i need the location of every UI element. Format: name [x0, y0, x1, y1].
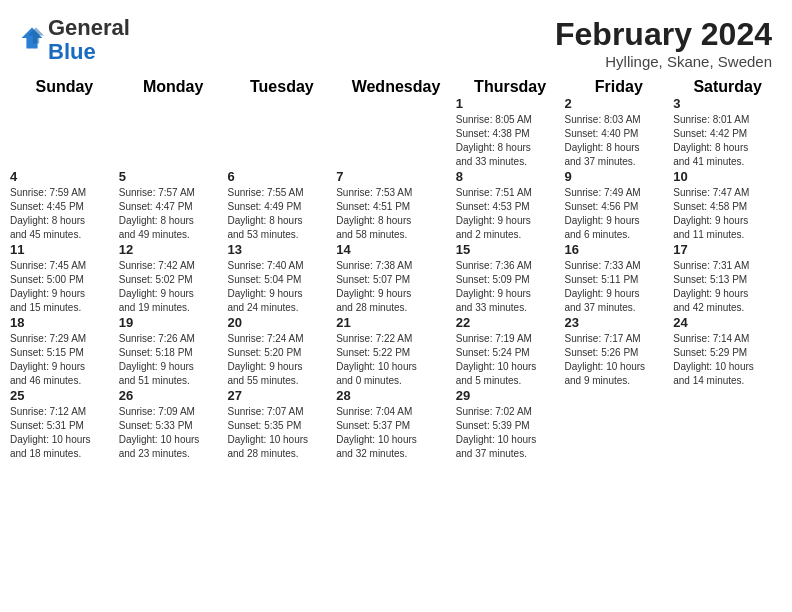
calendar-cell [119, 96, 228, 169]
weekday-header-saturday: Saturday [673, 78, 782, 96]
calendar-cell [336, 96, 456, 169]
day-number: 3 [673, 96, 782, 111]
calendar-week-1: 4Sunrise: 7:59 AM Sunset: 4:45 PM Daylig… [10, 169, 782, 242]
calendar-cell [10, 96, 119, 169]
day-number: 17 [673, 242, 782, 257]
day-number: 22 [456, 315, 565, 330]
calendar-cell [564, 388, 673, 461]
day-number: 25 [10, 388, 119, 403]
weekday-header-thursday: Thursday [456, 78, 565, 96]
day-info: Sunrise: 7:29 AM Sunset: 5:15 PM Dayligh… [10, 332, 119, 388]
day-number: 16 [564, 242, 673, 257]
day-info: Sunrise: 7:51 AM Sunset: 4:53 PM Dayligh… [456, 186, 565, 242]
day-number: 1 [456, 96, 565, 111]
day-number: 8 [456, 169, 565, 184]
day-info: Sunrise: 7:57 AM Sunset: 4:47 PM Dayligh… [119, 186, 228, 242]
day-info: Sunrise: 7:31 AM Sunset: 5:13 PM Dayligh… [673, 259, 782, 315]
day-number: 12 [119, 242, 228, 257]
day-info: Sunrise: 7:42 AM Sunset: 5:02 PM Dayligh… [119, 259, 228, 315]
calendar-cell: 16Sunrise: 7:33 AM Sunset: 5:11 PM Dayli… [564, 242, 673, 315]
calendar-cell: 29Sunrise: 7:02 AM Sunset: 5:39 PM Dayli… [456, 388, 565, 461]
page-container: General Blue February 2024 Hyllinge, Ska… [0, 0, 792, 471]
weekday-row: SundayMondayTuesdayWednesdayThursdayFrid… [10, 78, 782, 96]
day-number: 4 [10, 169, 119, 184]
day-info: Sunrise: 7:33 AM Sunset: 5:11 PM Dayligh… [564, 259, 673, 315]
calendar-cell: 18Sunrise: 7:29 AM Sunset: 5:15 PM Dayli… [10, 315, 119, 388]
day-info: Sunrise: 8:03 AM Sunset: 4:40 PM Dayligh… [564, 113, 673, 169]
day-info: Sunrise: 7:53 AM Sunset: 4:51 PM Dayligh… [336, 186, 456, 242]
svg-marker-0 [22, 28, 43, 49]
day-number: 18 [10, 315, 119, 330]
day-info: Sunrise: 7:36 AM Sunset: 5:09 PM Dayligh… [456, 259, 565, 315]
day-info: Sunrise: 7:19 AM Sunset: 5:24 PM Dayligh… [456, 332, 565, 388]
logo-blue: Blue [48, 39, 96, 64]
day-number: 28 [336, 388, 456, 403]
day-info: Sunrise: 7:40 AM Sunset: 5:04 PM Dayligh… [227, 259, 336, 315]
calendar-table: SundayMondayTuesdayWednesdayThursdayFrid… [10, 78, 782, 461]
calendar-cell: 11Sunrise: 7:45 AM Sunset: 5:00 PM Dayli… [10, 242, 119, 315]
calendar-cell: 1Sunrise: 8:05 AM Sunset: 4:38 PM Daylig… [456, 96, 565, 169]
calendar-body: 1Sunrise: 8:05 AM Sunset: 4:38 PM Daylig… [10, 96, 782, 461]
calendar-cell: 21Sunrise: 7:22 AM Sunset: 5:22 PM Dayli… [336, 315, 456, 388]
calendar-cell: 25Sunrise: 7:12 AM Sunset: 5:31 PM Dayli… [10, 388, 119, 461]
weekday-header-friday: Friday [564, 78, 673, 96]
calendar-cell: 13Sunrise: 7:40 AM Sunset: 5:04 PM Dayli… [227, 242, 336, 315]
day-number: 14 [336, 242, 456, 257]
day-info: Sunrise: 7:49 AM Sunset: 4:56 PM Dayligh… [564, 186, 673, 242]
calendar-cell: 8Sunrise: 7:51 AM Sunset: 4:53 PM Daylig… [456, 169, 565, 242]
title-block: February 2024 Hyllinge, Skane, Sweden [555, 16, 772, 70]
calendar-week-4: 25Sunrise: 7:12 AM Sunset: 5:31 PM Dayli… [10, 388, 782, 461]
weekday-header-sunday: Sunday [10, 78, 119, 96]
day-info: Sunrise: 7:14 AM Sunset: 5:29 PM Dayligh… [673, 332, 782, 388]
day-number: 11 [10, 242, 119, 257]
day-number: 2 [564, 96, 673, 111]
calendar-cell [673, 388, 782, 461]
day-number: 29 [456, 388, 565, 403]
day-number: 26 [119, 388, 228, 403]
day-number: 5 [119, 169, 228, 184]
day-info: Sunrise: 7:09 AM Sunset: 5:33 PM Dayligh… [119, 405, 228, 461]
logo-general: General [48, 15, 130, 40]
logo-icon [20, 26, 44, 50]
calendar-week-0: 1Sunrise: 8:05 AM Sunset: 4:38 PM Daylig… [10, 96, 782, 169]
weekday-header-wednesday: Wednesday [336, 78, 456, 96]
day-info: Sunrise: 8:01 AM Sunset: 4:42 PM Dayligh… [673, 113, 782, 169]
day-number: 6 [227, 169, 336, 184]
calendar-cell: 28Sunrise: 7:04 AM Sunset: 5:37 PM Dayli… [336, 388, 456, 461]
calendar-week-3: 18Sunrise: 7:29 AM Sunset: 5:15 PM Dayli… [10, 315, 782, 388]
calendar-cell: 24Sunrise: 7:14 AM Sunset: 5:29 PM Dayli… [673, 315, 782, 388]
day-number: 13 [227, 242, 336, 257]
day-number: 21 [336, 315, 456, 330]
calendar-cell: 7Sunrise: 7:53 AM Sunset: 4:51 PM Daylig… [336, 169, 456, 242]
day-number: 7 [336, 169, 456, 184]
calendar-cell: 27Sunrise: 7:07 AM Sunset: 5:35 PM Dayli… [227, 388, 336, 461]
day-number: 27 [227, 388, 336, 403]
day-info: Sunrise: 8:05 AM Sunset: 4:38 PM Dayligh… [456, 113, 565, 169]
logo: General Blue [20, 16, 130, 64]
day-info: Sunrise: 7:45 AM Sunset: 5:00 PM Dayligh… [10, 259, 119, 315]
calendar-cell: 26Sunrise: 7:09 AM Sunset: 5:33 PM Dayli… [119, 388, 228, 461]
calendar-cell: 6Sunrise: 7:55 AM Sunset: 4:49 PM Daylig… [227, 169, 336, 242]
calendar-wrapper: SundayMondayTuesdayWednesdayThursdayFrid… [0, 78, 792, 471]
day-info: Sunrise: 7:07 AM Sunset: 5:35 PM Dayligh… [227, 405, 336, 461]
calendar-cell: 19Sunrise: 7:26 AM Sunset: 5:18 PM Dayli… [119, 315, 228, 388]
calendar-cell: 17Sunrise: 7:31 AM Sunset: 5:13 PM Dayli… [673, 242, 782, 315]
calendar-cell: 12Sunrise: 7:42 AM Sunset: 5:02 PM Dayli… [119, 242, 228, 315]
calendar-cell: 4Sunrise: 7:59 AM Sunset: 4:45 PM Daylig… [10, 169, 119, 242]
calendar-cell: 15Sunrise: 7:36 AM Sunset: 5:09 PM Dayli… [456, 242, 565, 315]
calendar-cell: 9Sunrise: 7:49 AM Sunset: 4:56 PM Daylig… [564, 169, 673, 242]
calendar-cell: 3Sunrise: 8:01 AM Sunset: 4:42 PM Daylig… [673, 96, 782, 169]
day-number: 15 [456, 242, 565, 257]
header: General Blue February 2024 Hyllinge, Ska… [0, 0, 792, 78]
day-number: 20 [227, 315, 336, 330]
day-number: 10 [673, 169, 782, 184]
location: Hyllinge, Skane, Sweden [555, 53, 772, 70]
calendar-cell: 5Sunrise: 7:57 AM Sunset: 4:47 PM Daylig… [119, 169, 228, 242]
logo-text: General Blue [48, 16, 130, 64]
day-info: Sunrise: 7:12 AM Sunset: 5:31 PM Dayligh… [10, 405, 119, 461]
calendar-week-2: 11Sunrise: 7:45 AM Sunset: 5:00 PM Dayli… [10, 242, 782, 315]
day-number: 24 [673, 315, 782, 330]
day-info: Sunrise: 7:59 AM Sunset: 4:45 PM Dayligh… [10, 186, 119, 242]
day-number: 9 [564, 169, 673, 184]
day-info: Sunrise: 7:26 AM Sunset: 5:18 PM Dayligh… [119, 332, 228, 388]
